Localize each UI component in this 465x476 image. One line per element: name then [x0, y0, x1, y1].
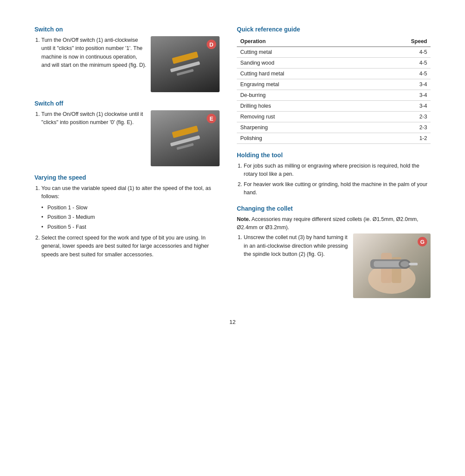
table-row: Sharpening2-3	[237, 122, 431, 133]
holding-tool-title: Holding the tool	[237, 152, 431, 159]
table-row: Sanding wood4-5	[237, 58, 431, 68]
switch-off-text: Turn the On/Off switch (1) clockwise unt…	[34, 110, 146, 129]
figure-e-label: E	[207, 114, 216, 123]
table-row: Cutting hard metal4-5	[237, 68, 431, 79]
speed-bullets: Position 1 - Slow Position 3 - Medium Po…	[41, 204, 220, 231]
changing-collet-section: Changing the collet Note. Accessories ma…	[237, 205, 431, 299]
changing-collet-steps: Unscrew the collet nut (3) by hand turni…	[237, 233, 349, 258]
quick-ref-title: Quick reference guide	[237, 26, 431, 33]
page: Switch on Turn the On/Off switch (1) ant…	[0, 0, 465, 476]
figure-g-svg	[357, 236, 426, 296]
switch-off-step-1: Turn the On/Off switch (1) clockwise unt…	[41, 110, 146, 127]
switch-on-block: Turn the On/Off switch (1) anti-clockwis…	[34, 36, 220, 92]
table-row: Engraving metal3-4	[237, 79, 431, 90]
speed-cell: 4-5	[370, 68, 431, 79]
speed-cell: 3-4	[370, 79, 431, 90]
operation-cell: Sharpening	[237, 122, 370, 133]
varying-speed-intro: You can use the variable speed dial (1) …	[41, 184, 220, 231]
figure-d-label: D	[207, 40, 216, 49]
varying-speed-note: Select the correct speed for the work an…	[41, 234, 220, 259]
figure-e-image: E	[151, 110, 220, 166]
speed-cell: 3-4	[370, 101, 431, 112]
speed-cell: 2-3	[370, 122, 431, 133]
switch-off-steps: Turn the On/Off switch (1) clockwise unt…	[34, 110, 146, 127]
switch-off-title: Switch off	[34, 100, 220, 107]
changing-collet-text: Unscrew the collet nut (3) by hand turni…	[237, 233, 349, 260]
operation-cell: Drilling holes	[237, 101, 370, 112]
changing-collet-title: Changing the collet	[237, 205, 431, 212]
switch-on-text: Turn the On/Off switch (1) anti-clockwis…	[34, 36, 146, 72]
left-column: Switch on Turn the On/Off switch (1) ant…	[34, 26, 220, 306]
figure-g-image: G	[353, 233, 431, 298]
switch-on-title: Switch on	[34, 26, 220, 33]
operation-cell: Removing rust	[237, 112, 370, 122]
speed-cell: 4-5	[370, 47, 431, 58]
switch-off-block: Turn the On/Off switch (1) clockwise unt…	[34, 110, 220, 166]
operation-cell: De-burring	[237, 90, 370, 101]
table-row: Cutting metal4-5	[237, 47, 431, 58]
figure-d-image: D	[151, 36, 220, 92]
note-label: Note.	[237, 216, 250, 222]
operation-cell: Cutting hard metal	[237, 68, 370, 79]
quick-ref-section: Quick reference guide Operation Speed Cu…	[237, 26, 431, 144]
page-number: 12	[34, 319, 431, 325]
speed-bullet-2: Position 3 - Medium	[41, 213, 220, 221]
speed-cell: 3-4	[370, 90, 431, 101]
holding-step-1: For jobs such as milling or engraving wh…	[244, 162, 431, 179]
speed-cell: 4-5	[370, 58, 431, 68]
table-row: De-burring3-4	[237, 90, 431, 101]
ref-table-body: Cutting metal4-5Sanding wood4-5Cutting h…	[237, 47, 431, 144]
speed-cell: 1-2	[370, 133, 431, 144]
holding-tool-steps: For jobs such as milling or engraving wh…	[237, 162, 431, 197]
holding-step-2: For heavier work like cutting or grindin…	[244, 180, 431, 197]
table-row: Drilling holes3-4	[237, 101, 431, 112]
note-text: Accessories may require different sized …	[237, 216, 418, 230]
right-column: Quick reference guide Operation Speed Cu…	[237, 26, 431, 306]
switch-off-section: Switch off Turn the On/Off switch (1) cl…	[34, 100, 220, 166]
switch-on-step-1: Turn the On/Off switch (1) anti-clockwis…	[41, 36, 146, 70]
speed-bullet-1: Position 1 - Slow	[41, 204, 220, 212]
col-speed: Speed	[370, 36, 431, 47]
table-header-row: Operation Speed	[237, 36, 431, 47]
operation-cell: Engraving metal	[237, 79, 370, 90]
changing-collet-step-1: Unscrew the collet nut (3) by hand turni…	[244, 233, 349, 258]
changing-collet-content: Unscrew the collet nut (3) by hand turni…	[237, 233, 431, 298]
holding-tool-section: Holding the tool For jobs such as millin…	[237, 152, 431, 197]
speed-bullet-3: Position 5 - Fast	[41, 223, 220, 231]
changing-collet-note: Note. Accessories may require different …	[237, 215, 431, 232]
table-row: Removing rust2-3	[237, 112, 431, 122]
quick-ref-table: Operation Speed Cutting metal4-5Sanding …	[237, 36, 431, 144]
table-row: Polishing1-2	[237, 133, 431, 144]
switch-on-steps: Turn the On/Off switch (1) anti-clockwis…	[34, 36, 146, 70]
col-operation: Operation	[237, 36, 370, 47]
speed-cell: 2-3	[370, 112, 431, 122]
svg-rect-7	[409, 263, 418, 265]
operation-cell: Sanding wood	[237, 58, 370, 68]
two-column-layout: Switch on Turn the On/Off switch (1) ant…	[34, 26, 431, 306]
varying-speed-section: Varying the speed You can use the variab…	[34, 174, 220, 259]
varying-speed-title: Varying the speed	[34, 174, 220, 181]
switch-on-section: Switch on Turn the On/Off switch (1) ant…	[34, 26, 220, 92]
operation-cell: Polishing	[237, 133, 370, 144]
varying-speed-steps: You can use the variable speed dial (1) …	[34, 184, 220, 259]
operation-cell: Cutting metal	[237, 47, 370, 58]
svg-point-6	[400, 261, 409, 267]
